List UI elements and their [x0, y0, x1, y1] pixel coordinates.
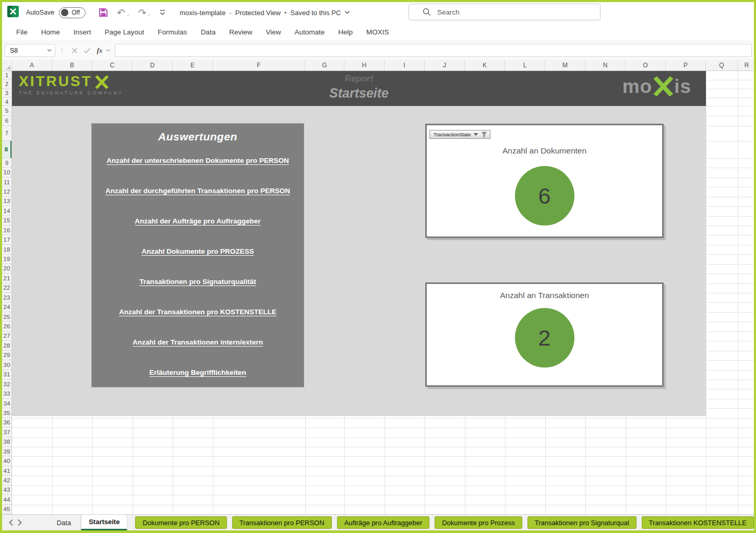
sheet-tab-startseite[interactable]: Startseite [81, 515, 127, 530]
row-header-20[interactable]: 20 [2, 264, 11, 274]
sheet-tab-data[interactable]: Data [47, 515, 81, 530]
row-header-11[interactable]: 11 [2, 177, 11, 187]
ribbon-tab-home[interactable]: Home [34, 23, 67, 41]
select-all-corner[interactable] [2, 60, 12, 70]
column-header-a[interactable]: A [12, 60, 52, 70]
ribbon-tab-moxis[interactable]: MOXIS [359, 23, 396, 41]
row-header-40[interactable]: 40 [2, 456, 11, 466]
row-header-13[interactable]: 13 [2, 197, 11, 206]
row-header-15[interactable]: 15 [2, 216, 11, 226]
row-header-24[interactable]: 24 [2, 302, 11, 312]
panel-link-erläuterung-begrifflichkeiten[interactable]: Erläuterung Begrifflichkeiten [149, 369, 246, 376]
row-header-37[interactable]: 37 [2, 428, 11, 437]
panel-link-anzahl-dokumente-pro-prozess[interactable]: Anzahl Dokumente pro PROZESS [141, 247, 254, 255]
formula-input[interactable] [115, 44, 752, 57]
column-header-j[interactable]: J [425, 60, 465, 70]
column-header-b[interactable]: B [52, 60, 92, 70]
column-header-d[interactable]: D [133, 60, 173, 70]
column-header-o[interactable]: O [626, 60, 666, 70]
row-header-34[interactable]: 34 [2, 399, 11, 408]
row-header-2[interactable]: 2 [2, 80, 11, 89]
row-header-16[interactable]: 16 [2, 226, 11, 235]
column-header-p[interactable]: P [666, 60, 706, 70]
row-header-30[interactable]: 30 [2, 360, 11, 370]
column-header-e[interactable]: E [173, 60, 213, 70]
column-header-l[interactable]: L [505, 60, 545, 70]
sheet-tab-transaktionen-pro-signaturqual[interactable]: Transaktionen pro Signaturqual [527, 516, 637, 529]
ribbon-tab-review[interactable]: Review [222, 23, 259, 41]
transactionstate-filter-button[interactable]: TransactionState [429, 130, 490, 139]
column-header-k[interactable]: K [465, 60, 505, 70]
sheet-canvas[interactable]: XITRUST THE ESIGNATURE COMPANY Report St… [12, 71, 756, 514]
column-header-g[interactable]: G [305, 60, 344, 70]
panel-link-anzahl-der-transaktionen-intern-extern[interactable]: Anzahl der Transaktionen intern/extern [133, 338, 263, 346]
row-header-9[interactable]: 9 [2, 158, 11, 168]
row-header-42[interactable]: 42 [2, 476, 11, 485]
row-header-7[interactable]: 7 [2, 126, 11, 141]
ribbon-tab-formulas[interactable]: Formulas [151, 23, 194, 41]
column-header-h[interactable]: H [344, 60, 385, 70]
panel-link-anzahl-der-unterschriebenen-dokumente-pro-person[interactable]: Anzahl der unterschriebenen Dokumente pr… [106, 157, 289, 164]
doc-title-dropdown-icon[interactable] [344, 10, 350, 15]
autosave-toggle[interactable]: Off [59, 7, 86, 18]
row-header-38[interactable]: 38 [2, 437, 11, 447]
row-header-12[interactable]: 12 [2, 187, 11, 196]
row-header-19[interactable]: 19 [2, 254, 11, 264]
ribbon-tab-view[interactable]: View [259, 23, 287, 41]
row-header-6[interactable]: 6 [2, 116, 11, 126]
panel-link-anzahl-der-aufträge-pro-auftraggeber[interactable]: Anzahl der Aufträge pro Auftraggeber [135, 217, 260, 225]
cancel-button[interactable] [68, 44, 81, 57]
row-header-43[interactable]: 43 [2, 485, 11, 495]
ribbon-tab-page-layout[interactable]: Page Layout [98, 23, 151, 41]
search-box[interactable] [409, 4, 601, 20]
row-header-3[interactable]: 3 [2, 89, 11, 98]
row-header-1[interactable]: 1 [2, 71, 11, 80]
enter-button[interactable] [81, 44, 93, 57]
redo-button[interactable]: ↷ ⌄ [138, 8, 151, 18]
ribbon-tab-file[interactable]: File [9, 23, 34, 41]
row-header-14[interactable]: 14 [2, 206, 11, 216]
row-header-21[interactable]: 21 [2, 274, 11, 283]
next-sheet-button[interactable] [15, 515, 24, 530]
ribbon-tab-automate[interactable]: Automate [287, 23, 331, 41]
name-box[interactable]: S8 [5, 44, 55, 57]
row-header-41[interactable]: 41 [2, 466, 11, 476]
search-input[interactable] [437, 8, 573, 16]
ribbon-tab-help[interactable]: Help [331, 23, 359, 41]
sheet-tab-aufträge-pro-auftraggeber[interactable]: Aufträge pro Auftraggeber [337, 516, 430, 529]
column-header-r[interactable]: R [738, 60, 756, 70]
row-header-27[interactable]: 27 [2, 331, 11, 341]
sheet-tab-transaktionen-kostenstelle[interactable]: Transaktionen KOSTENSTELLE [642, 516, 754, 529]
column-header-q[interactable]: Q [706, 60, 738, 70]
column-header-f[interactable]: F [213, 60, 305, 70]
customize-quick-access-button[interactable] [159, 9, 166, 16]
insert-function-button[interactable]: fx [93, 44, 106, 57]
row-header-29[interactable]: 29 [2, 351, 11, 360]
row-header-32[interactable]: 32 [2, 380, 11, 389]
row-header-18[interactable]: 18 [2, 245, 11, 254]
row-header-33[interactable]: 33 [2, 389, 11, 398]
column-header-i[interactable]: I [385, 60, 425, 70]
row-header-44[interactable]: 44 [2, 495, 11, 504]
row-header-36[interactable]: 36 [2, 418, 11, 428]
save-button[interactable] [98, 7, 109, 18]
row-header-39[interactable]: 39 [2, 447, 11, 456]
row-header-23[interactable]: 23 [2, 293, 11, 302]
row-header-4[interactable]: 4 [2, 98, 11, 106]
panel-link-anzahl-der-durchgeführten-transaktionen-pro-person[interactable]: Anzahl der durchgeführten Transaktionen … [105, 187, 290, 195]
sheet-tab-dokumente-pro-person[interactable]: Dokumente pro PERSON [135, 516, 226, 529]
row-header-10[interactable]: 10 [2, 168, 11, 177]
row-header-26[interactable]: 26 [2, 322, 11, 331]
sheet-tab-transaktionen-pro-person[interactable]: Transaktionen pro PERSON [232, 516, 332, 529]
column-header-c[interactable]: C [92, 60, 133, 70]
row-header-35[interactable]: 35 [2, 408, 11, 418]
ribbon-tab-data[interactable]: Data [194, 23, 223, 41]
ribbon-tab-insert[interactable]: Insert [67, 23, 98, 41]
prev-sheet-button[interactable] [6, 515, 15, 530]
row-header-31[interactable]: 31 [2, 370, 11, 380]
row-header-5[interactable]: 5 [2, 106, 11, 116]
undo-button[interactable]: ↶ ⌄ [117, 8, 130, 18]
row-header-8[interactable]: 8 [2, 141, 11, 158]
row-header-17[interactable]: 17 [2, 235, 11, 244]
column-header-n[interactable]: N [585, 60, 626, 70]
